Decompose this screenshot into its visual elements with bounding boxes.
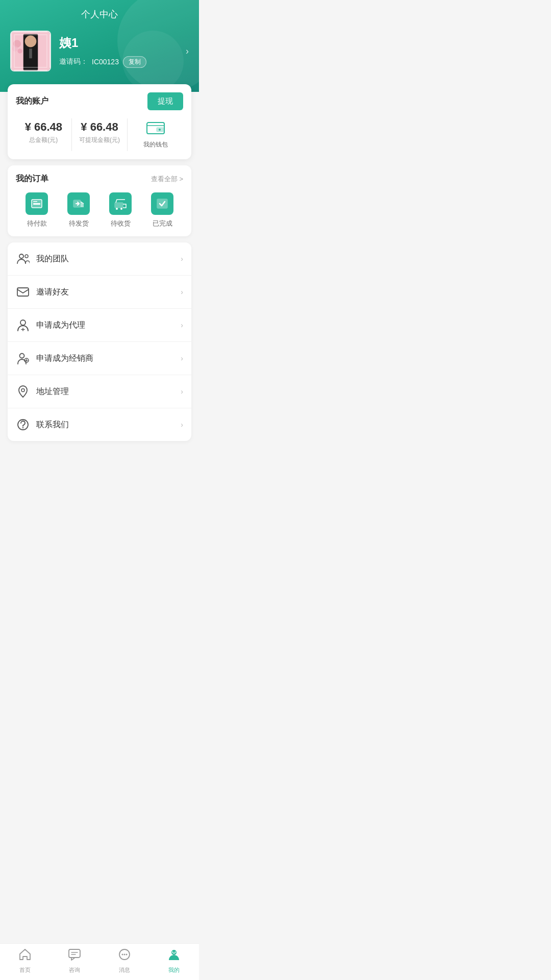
svg-point-21 [19, 254, 23, 258]
menu-item-apply-agent[interactable]: 申请成为代理 › [8, 309, 191, 342]
pending-shipment-label: 待发货 [69, 219, 89, 228]
wallet-icon [146, 120, 165, 138]
apply-agent-label: 申请成为代理 [36, 320, 181, 331]
page-wrapper: 个人中心 [0, 0, 199, 441]
svg-rect-15 [33, 201, 37, 202]
pending-payment-icon [26, 192, 48, 215]
address-label: 地址管理 [36, 386, 181, 397]
svg-point-19 [120, 208, 122, 210]
svg-point-1 [13, 40, 21, 47]
svg-rect-8 [11, 32, 50, 70]
order-pending-shipment[interactable]: 待发货 [67, 192, 90, 228]
account-amounts: ¥ 66.48 总金额(元) ¥ 66.48 可提现金额(元) 我的钱包 [16, 118, 183, 151]
menu-item-apply-dealer[interactable]: 申请成为经销商 › [8, 342, 191, 375]
withdrawable-amount-value: ¥ 66.48 [72, 120, 128, 134]
menu-item-invite-friend[interactable]: 邀请好友 › [8, 276, 191, 309]
orders-header: 我的订单 查看全部 > [16, 174, 183, 184]
order-pending-receipt[interactable]: 待收货 [109, 192, 132, 228]
svg-point-29 [21, 389, 24, 392]
orders-grid: 待付款 待发货 [16, 192, 183, 228]
team-icon [16, 252, 30, 266]
withdrawable-amount-item[interactable]: ¥ 66.48 可提现金额(元) [72, 118, 128, 151]
invite-friend-arrow: › [181, 288, 183, 296]
completed-icon [151, 192, 173, 215]
account-title: 我的账户 [16, 96, 48, 107]
contact-label: 联系我们 [36, 420, 181, 430]
profile-section: 姨1 邀请码： IC00123 复制 › [0, 31, 199, 77]
invite-friend-label: 邀请好友 [36, 287, 181, 298]
pending-receipt-icon [109, 192, 132, 215]
my-team-label: 我的团队 [36, 254, 181, 264]
orders-title: 我的订单 [16, 174, 48, 184]
total-amount-label: 总金额(元) [16, 136, 71, 144]
address-arrow: › [181, 387, 183, 396]
view-all-orders[interactable]: 查看全部 > [151, 175, 183, 184]
svg-rect-20 [157, 199, 167, 208]
pending-shipment-icon [67, 192, 90, 215]
orders-card: 我的订单 查看全部 > 待付款 [8, 165, 191, 236]
apply-dealer-arrow: › [181, 354, 183, 362]
withdraw-button[interactable]: 提现 [147, 92, 183, 110]
contact-icon [16, 418, 30, 432]
order-pending-payment[interactable]: 待付款 [26, 192, 48, 228]
account-card: 我的账户 提现 ¥ 66.48 总金额(元) ¥ 66.48 可提现金额(元) [8, 84, 191, 159]
dealer-icon [16, 351, 30, 365]
total-amount-value: ¥ 66.48 [16, 120, 71, 134]
svg-rect-14 [33, 203, 40, 205]
menu-item-address[interactable]: 地址管理 › [8, 375, 191, 408]
menu-list: 我的团队 › 邀请好友 › 申请成为代理 [8, 242, 191, 441]
svg-point-18 [116, 208, 118, 210]
pending-payment-label: 待付款 [27, 219, 47, 228]
wallet-label: 我的钱包 [143, 140, 168, 149]
invite-code: IC00123 [92, 58, 119, 66]
avatar-image [11, 31, 50, 71]
svg-point-24 [20, 320, 26, 325]
svg-point-25 [20, 354, 24, 358]
svg-rect-4 [23, 34, 38, 70]
svg-rect-0 [11, 32, 50, 70]
pending-receipt-label: 待收货 [111, 219, 131, 228]
svg-point-11 [159, 129, 161, 131]
agent-icon [16, 318, 30, 332]
profile-info: 姨1 邀请码： IC00123 复制 [59, 35, 186, 68]
page-title: 个人中心 [0, 0, 199, 31]
svg-point-31 [22, 427, 23, 428]
wallet-item[interactable]: 我的钱包 [128, 118, 183, 151]
header-background: 个人中心 [0, 0, 199, 92]
contact-arrow: › [181, 421, 183, 429]
svg-point-22 [25, 255, 28, 258]
svg-rect-6 [26, 48, 36, 65]
svg-rect-7 [29, 48, 32, 58]
avatar[interactable] [10, 31, 51, 71]
invite-icon [16, 285, 30, 299]
apply-agent-arrow: › [181, 321, 183, 329]
menu-item-my-team[interactable]: 我的团队 › [8, 242, 191, 276]
withdrawable-amount-label: 可提现金额(元) [72, 136, 128, 144]
account-header: 我的账户 提现 [16, 92, 183, 110]
svg-rect-23 [17, 288, 29, 296]
svg-rect-17 [115, 203, 123, 208]
copy-button[interactable]: 复制 [123, 56, 146, 68]
svg-point-3 [17, 48, 22, 54]
svg-point-5 [25, 36, 37, 47]
my-team-arrow: › [181, 255, 183, 263]
invite-label: 邀请码： [59, 57, 88, 66]
total-amount-item[interactable]: ¥ 66.48 总金额(元) [16, 118, 72, 151]
address-icon [16, 384, 30, 399]
svg-point-2 [12, 46, 18, 52]
profile-arrow-icon[interactable]: › [186, 46, 189, 57]
username: 姨1 [59, 35, 186, 51]
invite-row: 邀请码： IC00123 复制 [59, 56, 186, 68]
menu-item-contact[interactable]: 联系我们 › [8, 408, 191, 441]
order-completed[interactable]: 已完成 [151, 192, 173, 228]
completed-label: 已完成 [153, 219, 172, 228]
apply-dealer-label: 申请成为经销商 [36, 353, 181, 364]
